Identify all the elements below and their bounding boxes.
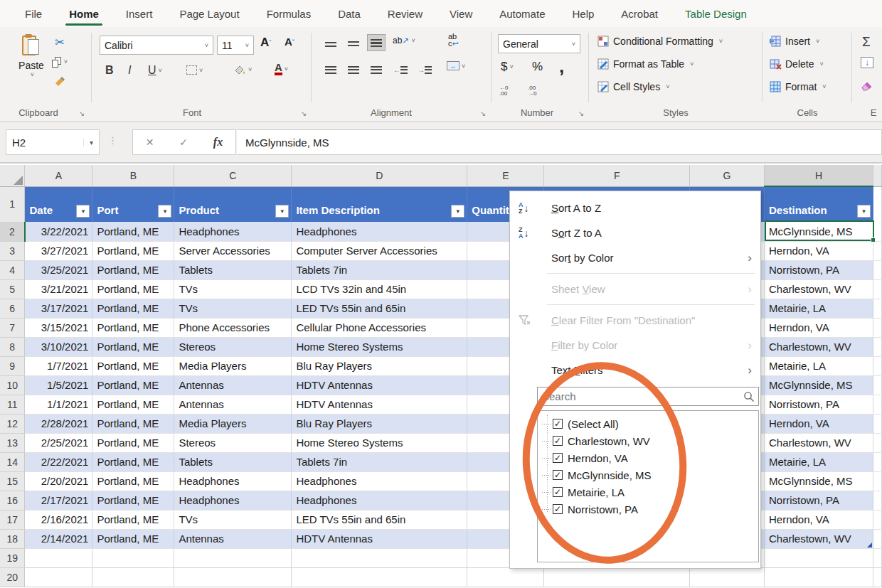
alignment-dialog-launcher[interactable]: ↘ bbox=[478, 108, 488, 118]
column-header-b[interactable]: B bbox=[92, 165, 174, 186]
cell-date-4[interactable]: 3/25/2021 bbox=[25, 260, 92, 279]
name-box[interactable]: H2 ▾ bbox=[6, 129, 100, 155]
cell-date-11[interactable]: 1/1/2021 bbox=[25, 395, 92, 414]
cell-product-3[interactable]: Server Accessories bbox=[174, 241, 292, 260]
column-header-a[interactable]: A bbox=[25, 165, 92, 186]
cell-empty[interactable] bbox=[873, 567, 881, 587]
cell-port-18[interactable]: Portland, ME bbox=[92, 529, 174, 548]
cell-date-2[interactable]: 3/22/2021 bbox=[25, 222, 92, 241]
row-header-16[interactable]: 16 bbox=[0, 491, 25, 510]
cell-dest-18[interactable]: Charlestown, WV bbox=[764, 529, 873, 548]
cell-port-3[interactable]: Portland, ME bbox=[92, 241, 174, 260]
align-right-button[interactable] bbox=[367, 61, 386, 78]
cell-empty[interactable] bbox=[292, 548, 467, 567]
cell-empty[interactable] bbox=[174, 567, 292, 587]
merge-center-button[interactable]: ↔˅ bbox=[447, 61, 465, 70]
row-header-12[interactable]: 12 bbox=[0, 414, 25, 433]
row-header-4[interactable]: 4 bbox=[0, 260, 25, 279]
format-as-table-button[interactable]: Format as Table˅ bbox=[597, 58, 694, 70]
conditional-formatting-button[interactable]: Conditional Formatting˅ bbox=[597, 36, 723, 47]
row-header-15[interactable]: 15 bbox=[0, 471, 25, 491]
filter-value-item[interactable]: ✓(Select All) bbox=[542, 415, 758, 432]
cell-product-10[interactable]: Antennas bbox=[174, 375, 292, 395]
decrease-indent-button[interactable]: ← bbox=[391, 61, 410, 78]
clear-button[interactable] bbox=[861, 80, 873, 91]
menu-item-sort-z-to-a[interactable]: ZA↓Sort Z to A bbox=[510, 220, 760, 245]
clipboard-dialog-launcher[interactable]: ↘ bbox=[77, 108, 87, 118]
borders-button[interactable]: ˅ bbox=[186, 65, 203, 75]
cell-desc-18[interactable]: HDTV Antennas bbox=[292, 529, 467, 548]
cell-empty[interactable] bbox=[764, 567, 873, 587]
cell-product-9[interactable]: Media Players bbox=[174, 356, 292, 375]
cell-date-7[interactable]: 3/15/2021 bbox=[25, 318, 92, 337]
cell-desc-5[interactable]: LCD TVs 32in and 45in bbox=[292, 279, 467, 299]
cell-product-11[interactable]: Antennas bbox=[174, 395, 292, 414]
cell-product-12[interactable]: Media Players bbox=[174, 414, 292, 433]
font-dialog-launcher[interactable]: ↘ bbox=[299, 108, 309, 118]
tab-file[interactable]: File bbox=[11, 0, 55, 27]
cell-date-16[interactable]: 2/17/2021 bbox=[25, 491, 92, 510]
cell-dest-9[interactable]: Metairie, LA bbox=[764, 356, 873, 375]
cell-desc-11[interactable]: HDTV Antennas bbox=[292, 395, 467, 414]
filter-value-item[interactable]: ✓McGlynnside, MS bbox=[542, 466, 758, 483]
accounting-format-button[interactable]: $˅ bbox=[501, 60, 514, 74]
column-header-g[interactable]: G bbox=[690, 165, 765, 186]
cell-dest-10[interactable]: McGlynnside, MS bbox=[764, 375, 873, 395]
cell-empty[interactable] bbox=[292, 567, 467, 587]
row-header-2[interactable]: 2 bbox=[0, 222, 25, 241]
cell-product-13[interactable]: Stereos bbox=[174, 433, 292, 452]
cell-port-11[interactable]: Portland, ME bbox=[92, 395, 174, 414]
cell-dest-3[interactable]: Herndon, VA bbox=[764, 241, 873, 260]
fill-button[interactable]: ↓ bbox=[861, 57, 873, 68]
font-color-button[interactable]: A˅ bbox=[275, 63, 288, 75]
cell-dest-14[interactable]: Metairie, LA bbox=[764, 452, 873, 471]
checkbox-icon[interactable]: ✓ bbox=[553, 436, 563, 446]
filter-dropdown-button-dest[interactable]: ▾ bbox=[857, 205, 871, 218]
cell-desc-6[interactable]: LED TVs 55in and 65in bbox=[292, 299, 467, 318]
cell-date-15[interactable]: 2/20/2021 bbox=[25, 471, 92, 491]
cell-desc-9[interactable]: Blu Ray Players bbox=[292, 356, 467, 375]
cell-dest-12[interactable]: Herndon, VA bbox=[764, 414, 873, 433]
cell-styles-button[interactable]: Cell Styles˅ bbox=[597, 81, 669, 92]
cell-date-3[interactable]: 3/27/2021 bbox=[25, 241, 92, 260]
tab-insert[interactable]: Insert bbox=[112, 0, 166, 27]
insert-function-icon[interactable]: fx bbox=[213, 136, 223, 149]
number-dialog-launcher[interactable]: ↘ bbox=[576, 108, 586, 118]
checkbox-icon[interactable]: ✓ bbox=[553, 419, 563, 429]
filter-dropdown-button-date[interactable]: ▾ bbox=[76, 205, 90, 218]
cell-product-14[interactable]: Tablets bbox=[174, 452, 292, 471]
increase-decimal-button[interactable]: ←0.00 bbox=[499, 85, 508, 97]
cell-port-16[interactable]: Portland, ME bbox=[92, 491, 174, 510]
tab-automate[interactable]: Automate bbox=[486, 0, 558, 27]
column-header-c[interactable]: C bbox=[174, 165, 292, 186]
tab-data[interactable]: Data bbox=[324, 0, 374, 27]
cell-product-4[interactable]: Tablets bbox=[174, 260, 292, 279]
cell-empty[interactable] bbox=[25, 567, 92, 587]
cell-desc-16[interactable]: Headphones bbox=[292, 491, 467, 510]
cell-product-8[interactable]: Stereos bbox=[174, 337, 292, 356]
menu-item-sort-by-color[interactable]: Sort by Color› bbox=[510, 245, 760, 270]
cell-empty[interactable] bbox=[467, 567, 544, 587]
cell-product-18[interactable]: Antennas bbox=[174, 529, 292, 548]
cell-date-18[interactable]: 2/14/2021 bbox=[25, 529, 92, 548]
tab-table-design[interactable]: Table Design bbox=[671, 0, 760, 27]
cell-desc-10[interactable]: HDTV Antennas bbox=[292, 375, 467, 395]
filter-dropdown-button-desc[interactable]: ▾ bbox=[451, 205, 464, 218]
comma-style-button[interactable]: , bbox=[559, 55, 564, 77]
cut-button[interactable]: ✂ bbox=[51, 34, 68, 50]
cell-product-16[interactable]: Headphones bbox=[174, 491, 292, 510]
insert-cells-button[interactable]: Insert˅ bbox=[770, 36, 819, 47]
cell-dest-11[interactable]: Norristown, PA bbox=[764, 395, 873, 414]
increase-font-size-button[interactable]: Aˆ bbox=[260, 36, 271, 50]
row-header-13[interactable]: 13 bbox=[0, 433, 25, 452]
row-header-7[interactable]: 7 bbox=[0, 318, 25, 337]
row-header-1[interactable]: 1 bbox=[0, 186, 25, 222]
row-header-10[interactable]: 10 bbox=[0, 375, 25, 395]
checkbox-icon[interactable]: ✓ bbox=[553, 504, 563, 514]
italic-button[interactable]: I bbox=[128, 64, 131, 77]
checkbox-icon[interactable]: ✓ bbox=[553, 487, 563, 497]
copy-button[interactable]: ˅ bbox=[51, 54, 68, 70]
select-all-corner[interactable] bbox=[0, 165, 25, 186]
cell-dest-17[interactable]: Herndon, VA bbox=[764, 510, 873, 529]
bold-button[interactable]: B bbox=[105, 64, 114, 77]
